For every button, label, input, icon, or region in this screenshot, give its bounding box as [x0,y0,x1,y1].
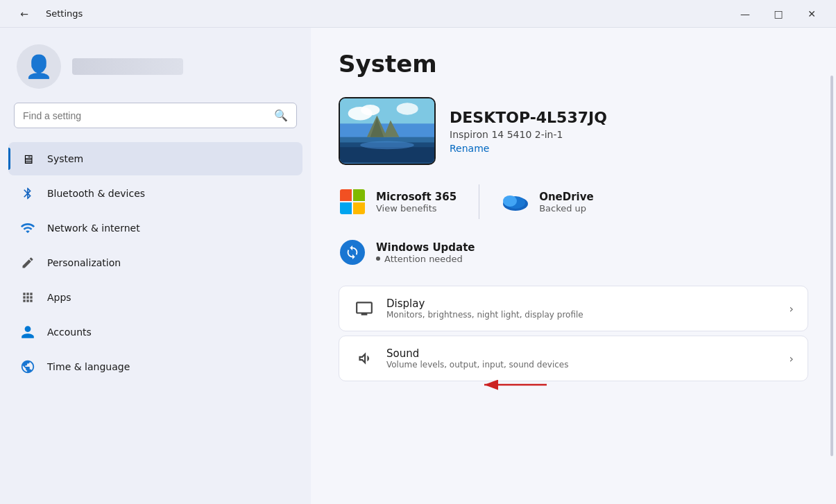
accounts-icon [18,322,37,342]
sidebar-item-accounts[interactable]: Accounts [8,315,302,349]
microsoft365-card[interactable]: Microsoft 365 View benefits [339,184,457,219]
device-model: Inspiron 14 5410 2-in-1 [450,129,607,140]
sync-circle [340,240,365,265]
onedrive-subtitle: Backed up [539,203,594,214]
svg-point-4 [397,103,418,114]
sound-row[interactable]: Sound Volume levels, output, input, soun… [339,336,808,381]
back-icon: ← [20,8,28,19]
maximize-button[interactable]: □ [762,3,794,25]
sidebar-label-bluetooth: Bluetooth & devices [47,188,145,199]
svg-point-11 [360,141,414,150]
search-icon[interactable]: 🔍 [274,109,288,122]
maximize-icon: □ [774,8,783,19]
sidebar-label-apps: Apps [47,292,71,303]
nav-list: 🖥 System Bluetooth & devices Network & [0,139,311,504]
info-row: Microsoft 365 View benefits OneDrive Bac… [339,184,808,219]
main-panel: System [311,28,836,504]
sidebar-item-time[interactable]: Time & language [8,350,302,383]
sound-chevron: › [790,352,794,365]
onedrive-text: OneDrive Backed up [539,191,594,214]
sidebar-item-apps[interactable]: Apps [8,281,302,314]
sound-icon [353,347,375,370]
sidebar: 👤 🔍 🖥 System Bluetoo [0,28,311,504]
time-icon [18,357,37,376]
windows-update-card[interactable]: Windows Update Attention needed [339,238,808,266]
user-icon: 👤 [25,53,53,80]
apps-icon [18,288,37,307]
microsoft365-icon [339,188,366,216]
minimize-button[interactable]: — [729,3,761,25]
onedrive-card[interactable]: OneDrive Backed up [502,184,594,219]
search-input[interactable] [23,110,268,121]
windows-update-title: Windows Update [376,241,475,254]
titlebar: ← Settings — □ ✕ [0,0,836,28]
ms365-yellow [353,202,365,214]
network-icon [18,218,37,238]
page-title: System [339,50,808,78]
sidebar-label-accounts: Accounts [47,327,92,338]
ms365-red [340,189,352,201]
display-icon [353,297,375,320]
personalization-icon [18,253,37,272]
sound-title: Sound [386,347,778,360]
sidebar-label-personalization: Personalization [47,257,121,268]
sidebar-label-time: Time & language [47,361,130,372]
username-placeholder [72,58,183,75]
sound-subtitle: Volume levels, output, input, sound devi… [386,360,778,370]
display-subtitle: Monitors, brightness, night light, displ… [386,310,778,320]
microsoft365-text: Microsoft 365 View benefits [376,191,457,214]
device-name: DESKTOP-4L537JQ [450,109,607,126]
settings-list: Display Monitors, brightness, night ligh… [339,286,808,381]
sidebar-item-network[interactable]: Network & internet [8,211,302,245]
search-container: 🔍 [0,103,311,139]
display-chevron: › [790,302,794,315]
app-body: 👤 🔍 🖥 System Bluetoo [0,28,836,504]
profile-section: 👤 [0,28,311,103]
windows-update-status: Attention needed [384,254,463,264]
sound-text: Sound Volume levels, output, input, soun… [386,347,778,370]
close-icon: ✕ [808,8,816,19]
svg-point-14 [503,195,517,207]
bluetooth-icon [18,184,37,203]
svg-point-3 [361,105,379,116]
windows-update-icon [339,238,366,266]
close-button[interactable]: ✕ [796,3,828,25]
sidebar-item-system[interactable]: 🖥 System [8,142,302,175]
windows-update-subtitle: Attention needed [376,254,475,264]
ms365-grid [340,189,365,214]
device-thumbnail [339,97,436,165]
device-info: DESKTOP-4L537JQ Inspiron 14 5410 2-in-1 … [450,109,607,154]
sidebar-label-system: System [47,153,83,164]
display-text: Display Monitors, brightness, night ligh… [386,297,778,320]
attention-dot [376,257,380,261]
display-title: Display [386,297,778,310]
search-box: 🔍 [14,103,297,128]
device-card: DESKTOP-4L537JQ Inspiron 14 5410 2-in-1 … [339,97,808,165]
ms365-green [353,189,365,201]
sidebar-label-network: Network & internet [47,223,140,234]
onedrive-title: OneDrive [539,191,594,203]
microsoft365-subtitle: View benefits [376,203,457,214]
display-row[interactable]: Display Monitors, brightness, night ligh… [339,286,808,331]
app-title: Settings [46,8,83,19]
minimize-icon: — [740,8,750,19]
system-icon: 🖥 [18,149,37,168]
sidebar-item-bluetooth[interactable]: Bluetooth & devices [8,177,302,210]
windows-update-text: Windows Update Attention needed [376,241,475,264]
rename-link[interactable]: Rename [450,143,607,154]
scrollbar[interactable] [830,76,833,457]
microsoft365-title: Microsoft 365 [376,191,457,203]
card-separator [479,184,479,219]
sidebar-item-personalization[interactable]: Personalization [8,246,302,279]
onedrive-icon [502,188,529,216]
ms365-blue [340,202,352,214]
back-button[interactable]: ← [8,3,40,25]
svg-rect-10 [340,147,434,162]
avatar[interactable]: 👤 [17,44,61,89]
window-controls: — □ ✕ [729,3,828,25]
